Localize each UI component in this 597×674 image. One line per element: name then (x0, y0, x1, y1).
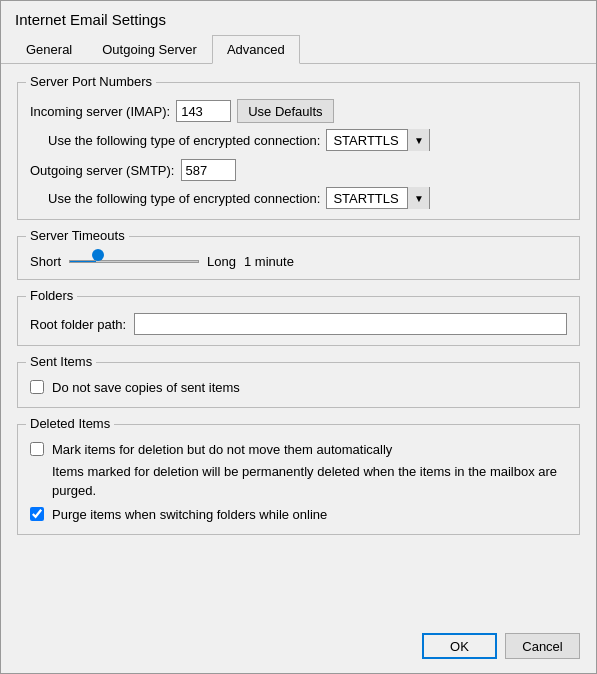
tab-advanced[interactable]: Advanced (212, 35, 300, 64)
sent-items-title: Sent Items (26, 354, 96, 369)
root-folder-label: Root folder path: (30, 317, 126, 332)
root-folder-input[interactable] (134, 313, 567, 335)
incoming-server-label: Incoming server (IMAP): (30, 104, 170, 119)
cancel-button[interactable]: Cancel (505, 633, 580, 659)
deleted-items-checkbox2[interactable] (30, 507, 44, 521)
dialog-body: Server Port Numbers Incoming server (IMA… (1, 64, 596, 623)
incoming-server-row: Incoming server (IMAP): Use Defaults (30, 99, 567, 123)
folders-title: Folders (26, 288, 77, 303)
outgoing-server-row: Outgoing server (SMTP): (30, 159, 567, 181)
long-label: Long (207, 254, 236, 269)
tab-bar: General Outgoing Server Advanced (1, 34, 596, 64)
deleted-items-section: Deleted Items Mark items for deletion bu… (17, 424, 580, 535)
deleted-items-title: Deleted Items (26, 416, 114, 431)
root-folder-row: Root folder path: (30, 313, 567, 335)
server-port-section: Server Port Numbers Incoming server (IMA… (17, 82, 580, 220)
sent-items-label[interactable]: Do not save copies of sent items (52, 379, 240, 397)
deleted-items-checkbox1[interactable] (30, 442, 44, 456)
incoming-encryption-select[interactable]: STARTTLS ▼ (326, 129, 430, 151)
deleted-items-checkbox1-row: Mark items for deletion but do not move … (30, 441, 567, 459)
tab-outgoing-server[interactable]: Outgoing Server (87, 35, 212, 64)
incoming-server-input[interactable] (176, 100, 231, 122)
use-defaults-button[interactable]: Use Defaults (237, 99, 333, 123)
incoming-encryption-value: STARTTLS (327, 133, 407, 148)
folders-section: Folders Root folder path: (17, 296, 580, 346)
incoming-encryption-label: Use the following type of encrypted conn… (48, 133, 320, 148)
slider-track (69, 260, 199, 263)
sent-items-checkbox-row: Do not save copies of sent items (30, 379, 567, 397)
timeout-slider[interactable] (69, 253, 199, 269)
dialog-title: Internet Email Settings (1, 1, 596, 34)
outgoing-encryption-label: Use the following type of encrypted conn… (48, 191, 320, 206)
deleted-items-label1[interactable]: Mark items for deletion but do not move … (52, 441, 392, 459)
deleted-items-info: Items marked for deletion will be perman… (30, 463, 567, 499)
server-timeouts-title: Server Timeouts (26, 228, 129, 243)
incoming-encryption-row: Use the following type of encrypted conn… (30, 129, 567, 151)
slider-fill (70, 261, 96, 262)
deleted-items-label2[interactable]: Purge items when switching folders while… (52, 506, 327, 524)
sent-items-checkbox[interactable] (30, 380, 44, 394)
timeout-value: 1 minute (244, 254, 294, 269)
ok-button[interactable]: OK (422, 633, 497, 659)
outgoing-encryption-value: STARTTLS (327, 191, 407, 206)
sent-items-section: Sent Items Do not save copies of sent it… (17, 362, 580, 408)
outgoing-encryption-select[interactable]: STARTTLS ▼ (326, 187, 430, 209)
dialog-footer: OK Cancel (1, 623, 596, 673)
server-timeouts-section: Server Timeouts Short Long 1 minute (17, 236, 580, 280)
incoming-encryption-arrow[interactable]: ▼ (407, 129, 429, 151)
outgoing-server-input[interactable] (181, 159, 236, 181)
short-label: Short (30, 254, 61, 269)
timeout-row: Short Long 1 minute (30, 253, 567, 269)
outgoing-encryption-arrow[interactable]: ▼ (407, 187, 429, 209)
deleted-items-checkbox2-row: Purge items when switching folders while… (30, 506, 567, 524)
outgoing-server-label: Outgoing server (SMTP): (30, 163, 175, 178)
outgoing-encryption-row: Use the following type of encrypted conn… (30, 187, 567, 209)
dialog-window: Internet Email Settings General Outgoing… (0, 0, 597, 674)
server-port-title: Server Port Numbers (26, 74, 156, 89)
tab-general[interactable]: General (11, 35, 87, 64)
